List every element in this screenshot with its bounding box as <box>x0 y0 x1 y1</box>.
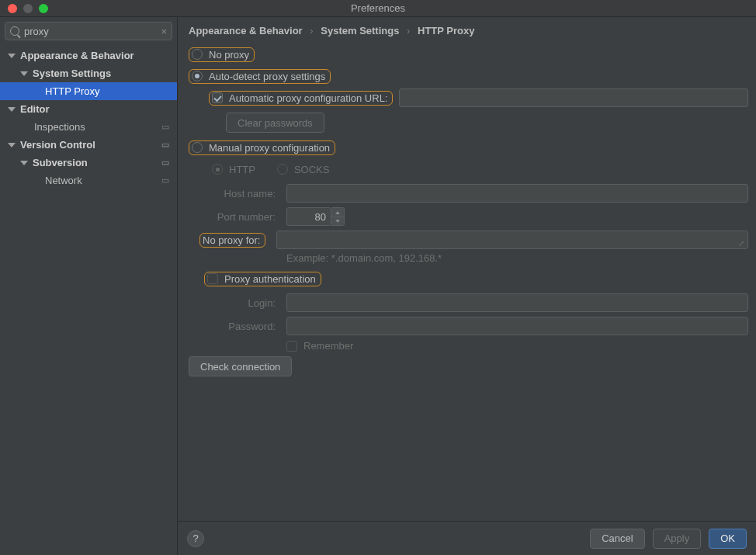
check-connection-button[interactable]: Check connection <box>189 356 292 376</box>
login-label: Login: <box>220 297 276 309</box>
profile-badge-icon: ▭ <box>161 122 169 132</box>
ok-button[interactable]: OK <box>709 529 747 549</box>
proxy-auth-label: Proxy authentication <box>224 273 316 285</box>
search-icon <box>10 26 19 36</box>
auto-config-url-checkbox[interactable]: Automatic proxy configuration URL: <box>209 91 393 106</box>
tree-item-network[interactable]: Network ▭ <box>0 172 177 189</box>
stepper-up-icon[interactable] <box>331 208 344 217</box>
tree-item-subversion[interactable]: Subversion ▭ <box>0 154 177 172</box>
clear-search-icon[interactable]: × <box>161 26 167 37</box>
tree-label: System Settings <box>33 68 177 79</box>
profile-badge-icon: ▭ <box>161 175 169 186</box>
no-proxy-label: No proxy <box>209 49 249 61</box>
tree-label: Version Control <box>20 139 161 151</box>
login-input[interactable] <box>286 293 748 312</box>
tree-item-appearance-behavior[interactable]: Appearance & Behavior <box>0 47 177 64</box>
auto-config-url-input[interactable] <box>399 88 748 107</box>
auto-config-url-label: Automatic proxy configuration URL: <box>229 92 387 104</box>
chevron-down-icon <box>20 71 28 76</box>
http-label: HTTP <box>229 164 255 175</box>
checkbox-icon <box>207 273 218 284</box>
no-proxy-example: Example: *.domain.com, 192.168.* <box>286 252 442 264</box>
socks-label: SOCKS <box>294 164 330 175</box>
sidebar: × Appearance & Behavior System Settings … <box>0 17 178 555</box>
breadcrumb-seg-3: HTTP Proxy <box>418 25 474 36</box>
port-number-label: Port number: <box>204 211 276 223</box>
search-box[interactable]: × <box>5 22 172 40</box>
auto-detect-option[interactable]: Auto-detect proxy settings <box>189 69 331 84</box>
tree-item-system-settings[interactable]: System Settings <box>0 64 177 82</box>
stepper-down-icon[interactable] <box>331 217 344 225</box>
chevron-down-icon <box>20 161 28 165</box>
settings-tree: Appearance & Behavior System Settings HT… <box>0 45 177 555</box>
cancel-button[interactable]: Cancel <box>590 529 644 549</box>
breadcrumb-sep: › <box>310 25 313 36</box>
no-proxy-for-label-wrap: No proxy for: <box>199 233 265 248</box>
help-button[interactable]: ? <box>187 530 204 547</box>
tree-item-version-control[interactable]: Version Control ▭ <box>0 136 177 154</box>
manual-proxy-option[interactable]: Manual proxy configuration <box>189 140 335 155</box>
tree-label: Subversion <box>33 157 161 168</box>
no-proxy-for-input[interactable] <box>276 231 748 249</box>
remember-label: Remember <box>303 340 353 352</box>
window-title: Preferences <box>0 2 756 14</box>
tree-item-inspections[interactable]: Inspections ▭ <box>0 118 177 136</box>
remember-checkbox[interactable]: Remember <box>286 340 353 352</box>
tree-label: HTTP Proxy <box>45 85 177 97</box>
no-proxy-option[interactable]: No proxy <box>189 47 255 62</box>
apply-button[interactable]: Apply <box>653 529 702 549</box>
tree-label: Network <box>45 175 161 186</box>
radio-icon <box>212 164 223 175</box>
search-input[interactable] <box>24 26 156 37</box>
auto-detect-label: Auto-detect proxy settings <box>209 71 325 82</box>
port-number-input[interactable] <box>286 207 331 226</box>
password-input[interactable] <box>286 317 748 335</box>
profile-badge-icon: ▭ <box>161 158 169 168</box>
tree-label: Appearance & Behavior <box>20 50 177 61</box>
no-proxy-for-label: No proxy for: <box>203 234 260 246</box>
dialog-footer: ? Cancel Apply OK <box>178 521 756 555</box>
checkbox-icon <box>212 92 223 103</box>
breadcrumb-seg-2[interactable]: System Settings <box>321 25 399 36</box>
chevron-down-icon <box>8 54 16 58</box>
http-radio[interactable]: HTTP <box>212 164 255 175</box>
manual-proxy-label: Manual proxy configuration <box>209 142 330 154</box>
chevron-down-icon <box>8 107 16 112</box>
radio-icon <box>192 142 203 153</box>
tree-item-editor[interactable]: Editor <box>0 100 177 118</box>
breadcrumb-seg-1[interactable]: Appearance & Behavior <box>189 25 303 36</box>
breadcrumb-sep: › <box>407 25 410 36</box>
chevron-down-icon <box>8 143 16 147</box>
clear-passwords-button[interactable]: Clear passwords <box>226 113 324 133</box>
tree-item-http-proxy[interactable]: HTTP Proxy <box>0 82 177 100</box>
proxy-auth-checkbox[interactable]: Proxy authentication <box>204 272 321 286</box>
radio-icon <box>192 71 203 82</box>
profile-badge-icon: ▭ <box>161 140 169 150</box>
content-pane: Appearance & Behavior › System Settings … <box>178 17 756 555</box>
radio-icon <box>192 49 203 60</box>
tree-label: Editor <box>20 103 177 115</box>
titlebar: Preferences <box>0 0 756 17</box>
settings-form: No proxy Auto-detect proxy settings Auto… <box>178 43 756 521</box>
breadcrumb: Appearance & Behavior › System Settings … <box>178 17 756 43</box>
radio-icon <box>277 164 288 175</box>
password-label: Password: <box>220 321 276 332</box>
host-name-label: Host name: <box>204 188 276 199</box>
tree-label: Inspections <box>34 121 161 133</box>
host-name-input[interactable] <box>286 184 748 203</box>
socks-radio[interactable]: SOCKS <box>277 164 330 175</box>
checkbox-icon <box>286 341 297 352</box>
port-number-stepper[interactable] <box>286 207 345 226</box>
